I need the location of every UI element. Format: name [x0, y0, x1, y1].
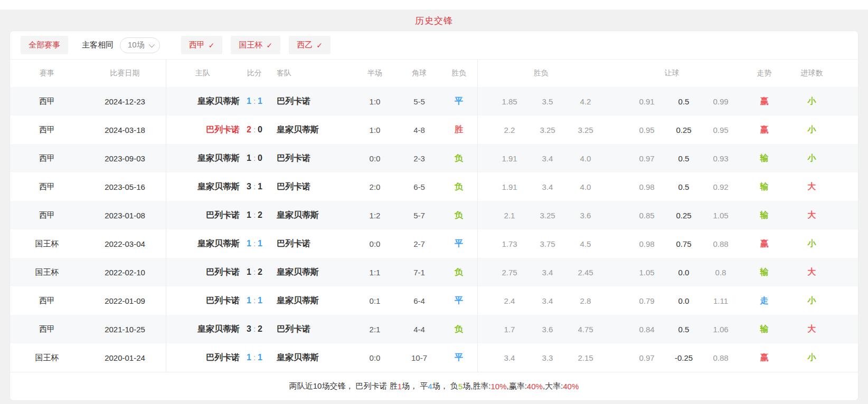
league-cell: 国王杯	[10, 267, 84, 277]
half-time-cell: 1:0	[352, 126, 398, 134]
score-cell: 1:1	[240, 296, 269, 305]
check-icon: ✓	[316, 41, 323, 50]
result-cell: 胜	[440, 124, 477, 136]
home-team-cell: 皇家贝蒂斯	[166, 238, 240, 249]
trend-cell: 输	[739, 267, 789, 278]
league-filter-2[interactable]: 西乙✓	[289, 36, 331, 54]
half-time-cell: 0:0	[352, 154, 398, 163]
score-cell: 2:0	[240, 125, 269, 134]
score-cell: 1:0	[240, 153, 269, 163]
corner-cell: 5-7	[398, 211, 440, 220]
trend-cell: 赢	[739, 238, 789, 249]
europe-odds-cell: 4.5	[567, 239, 605, 248]
match-row: 西甲2023-01-08巴列卡诺1:2皇家贝蒂斯1:25-7负2.13.253.…	[10, 201, 858, 229]
header-half: 半场	[352, 69, 398, 78]
summary-segment: 场， 负	[432, 381, 458, 391]
half-time-cell: 1:0	[352, 97, 398, 106]
same-venue-label: 主客相同	[82, 40, 114, 50]
league-cell: 国王杯	[10, 353, 84, 363]
trend-cell: 输	[739, 210, 789, 221]
date-cell: 2020-01-24	[84, 353, 166, 362]
europe-odds-cell: 2.75	[490, 268, 529, 277]
goals-cell: 小	[789, 124, 834, 136]
half-time-cell: 0:1	[352, 296, 398, 305]
match-row: 国王杯2022-02-10巴列卡诺1:2皇家贝蒂斯1:17-1负2.753.42…	[10, 258, 858, 286]
date-cell: 2022-03-04	[84, 239, 166, 248]
header-odds_group: 胜负	[477, 69, 605, 78]
corner-cell: 2-3	[398, 154, 440, 163]
score-colon: :	[251, 97, 258, 105]
league-cell: 西甲	[10, 324, 84, 334]
goals-cell: 小	[789, 238, 834, 249]
date-cell: 2024-03-18	[84, 126, 166, 134]
score-colon: :	[251, 182, 258, 191]
europe-odds-cell: 3.6	[567, 211, 605, 220]
score-cell: 1:2	[240, 210, 269, 220]
handicap-odds-cell: 0.5	[665, 97, 702, 106]
handicap-odds-cell: 0.5	[665, 325, 702, 334]
handicap-odds-cell: 0.79	[628, 296, 665, 305]
trend-cell: 输	[739, 181, 789, 193]
home-score: 1	[247, 153, 251, 162]
chevron-down-icon	[148, 41, 154, 47]
league-filters: 西甲✓国王杯✓西乙✓	[181, 36, 331, 54]
europe-odds-cell: 3.4	[490, 353, 529, 362]
europe-odds-cell: 3.3	[529, 353, 567, 362]
trend-cell: 赢	[739, 352, 789, 363]
away-team-cell: 巴列卡诺	[269, 181, 352, 193]
result-cell: 平	[440, 352, 477, 363]
league-cell: 西甲	[10, 296, 84, 306]
league-filter-0[interactable]: 西甲✓	[181, 36, 223, 54]
match-row: 西甲2021-10-25皇家贝蒂斯3:2巴列卡诺2:14-4负1.73.64.7…	[10, 315, 858, 343]
all-matches-button[interactable]: 全部赛事	[21, 36, 68, 54]
score-colon: :	[251, 353, 258, 362]
handicap-odds-cell: 0.0	[665, 296, 702, 305]
score-colon: :	[251, 210, 258, 219]
away-team-cell: 巴列卡诺	[269, 238, 352, 249]
summary-segment: 40%	[527, 382, 543, 391]
result-cell: 平	[440, 295, 477, 306]
league-cell: 西甲	[10, 182, 84, 192]
corner-cell: 6-5	[398, 182, 440, 191]
handicap-odds-cell: 0.8	[702, 268, 739, 277]
away-score: 1	[258, 353, 262, 362]
header-result: 胜负	[440, 69, 477, 78]
handicap-odds-cell: 1.05	[628, 268, 665, 277]
handicap-odds-cell: 0.98	[628, 239, 665, 248]
top-strip	[0, 0, 868, 9]
header-goals: 进球数	[789, 69, 834, 78]
half-time-cell: 0:0	[352, 239, 398, 248]
handicap-odds-cell: 0.5	[665, 182, 702, 191]
goals-cell: 小	[789, 295, 834, 306]
league-filter-1[interactable]: 国王杯✓	[231, 36, 280, 54]
score-colon: :	[251, 239, 258, 248]
summary-segment: 场， 平	[402, 381, 428, 391]
europe-odds-cell: 1.91	[490, 154, 529, 163]
home-score: 1	[247, 296, 251, 305]
result-cell: 负	[440, 153, 477, 164]
trend-cell: 输	[739, 324, 789, 335]
score-cell: 3:2	[240, 324, 269, 334]
europe-odds-cell: 2.8	[567, 296, 605, 305]
matches-table: 赛事比赛日期主队比分客队半场角球胜负胜负让球走势进球数 西甲2024-12-23…	[10, 60, 858, 372]
summary-segment: 1	[398, 382, 402, 391]
match-count-select[interactable]: 10场	[120, 37, 160, 53]
score-colon: :	[251, 267, 258, 276]
summary-segment: 两队近10场交锋， 巴列卡诺 胜	[289, 381, 398, 391]
date-cell: 2021-10-25	[84, 325, 166, 334]
europe-odds-cell: 3.4	[529, 268, 567, 277]
home-score: 3	[247, 182, 251, 191]
europe-odds-cell: 3.25	[529, 211, 567, 220]
europe-odds-cell: 2.2	[490, 126, 529, 134]
handicap-odds-cell: 0.85	[628, 211, 665, 220]
home-team-cell: 皇家贝蒂斯	[166, 324, 240, 335]
half-time-cell: 2:1	[352, 325, 398, 334]
goals-cell: 小	[789, 352, 834, 363]
date-cell: 2023-09-03	[84, 154, 166, 163]
trend-cell: 走	[739, 295, 789, 306]
column-divider	[477, 60, 478, 372]
date-cell: 2022-01-09	[84, 296, 166, 305]
europe-odds-cell: 3.4	[529, 154, 567, 163]
home-team-cell: 巴列卡诺	[166, 352, 240, 363]
league-filter-label: 西乙	[297, 40, 313, 50]
